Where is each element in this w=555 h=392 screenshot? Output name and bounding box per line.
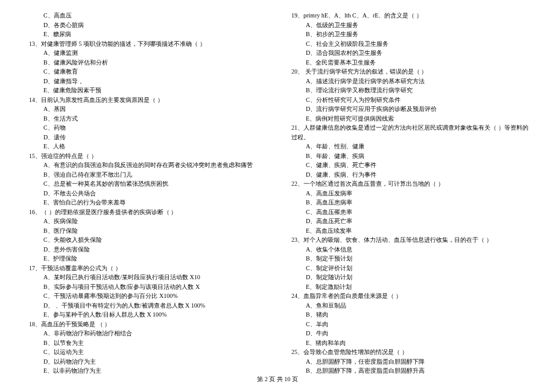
option-line: C、总是被一种莫名其妙的害怕紧张恐惧所困扰 xyxy=(24,179,268,189)
option-line: C、健康、疾病、死亡事件 xyxy=(287,160,531,170)
option-line: D、高血压死亡率 xyxy=(287,217,531,226)
option-line: A、有意识的自我强迫和自我反强迫的同时存在两者尖锐冲突时患者焦虑和痛苦 xyxy=(24,160,268,170)
option-line: D、制定随访计划 xyxy=(287,273,531,282)
option-line: E、参与某种干的人数/目标人群总人数 X 100% xyxy=(24,310,268,320)
option-line: A、收集个体信息 xyxy=(287,245,531,254)
option-line: C、分析性研究可人为控制研究条件 xyxy=(287,95,531,105)
option-line: D、健康、疾病、行为事件 xyxy=(287,170,531,180)
option-line: A、总胆固醇下降，任密度脂蛋白胆固醇下降 xyxy=(287,357,531,367)
option-line: D、意外伤害保险 xyxy=(24,245,268,254)
left-column: C、高血压D、各类心脏病E、糖尿病13、对健康管理师 5 项职业功能的描述，下列… xyxy=(24,11,268,376)
question-line: 19、primry hE、A、lth C、A、rE、的含义是（ ） xyxy=(287,11,531,21)
option-line: E、健康危险因素干预 xyxy=(24,86,268,95)
question-line: 21、人群健康信息的收集是通过一定的方法向社区居民或调查对象收集有关（ ）等资料… xyxy=(287,123,531,133)
option-line: A、鱼和豆制品 xyxy=(287,301,531,311)
option-line: A、健康监测 xyxy=(24,48,268,58)
option-line: D、牛肉 xyxy=(287,329,531,338)
option-line: C、药物 xyxy=(24,123,268,133)
option-line: D、流行病学研究可应用于疾病的诊断及预后评价 xyxy=(287,104,531,114)
option-line: E、人格 xyxy=(24,142,268,151)
option-line: A、疾病保险 xyxy=(24,217,268,226)
option-line: A、某时段已执行项目活动数/某时段应执行项目活动数 X10 xyxy=(24,273,268,282)
option-line: B、实际参与项目干预活动人数/应参与该项目活动的人数 X xyxy=(24,282,268,292)
option-line: C、高血压罹患率 xyxy=(287,207,531,217)
page-footer: 第 2 页 共 10 页 xyxy=(0,375,555,384)
option-line: E、害怕自己的行为会带来羞辱 xyxy=(24,198,268,207)
option-line: D、遗传 xyxy=(24,133,268,142)
option-line: B、健康风险评估和分析 xyxy=(24,58,268,68)
option-line: B、理论流行病学又称数理流行病学研究 xyxy=(287,86,531,95)
option-line: D、 、干预项目中有特定行为的人数/被调查者总人数 X 100% xyxy=(24,301,268,311)
option-line: B、高血压患病率 xyxy=(287,198,531,207)
option-line: B、生活方式 xyxy=(24,114,268,124)
option-line: C、高血压 xyxy=(24,11,268,21)
option-line: E、高血压续发率 xyxy=(287,226,531,236)
option-line: D、适合我国农村的卫生服务 xyxy=(287,48,531,58)
option-line: B、以节食为主 xyxy=(24,338,268,348)
option-line: B、初步的卫生服务 xyxy=(287,30,531,39)
option-line: B、制定干预计划 xyxy=(287,254,531,264)
question-line: 18、高血压的干预策略是 （ ） xyxy=(24,320,268,329)
question-line: 22、一个地区通过首次高血压普查，可计算出当地的（ ） xyxy=(287,179,531,189)
option-line: E、护理保险 xyxy=(24,254,268,264)
right-column: 19、primry hE、A、lth C、A、rE、的含义是（ ）A、低级的卫生… xyxy=(287,11,531,376)
option-line: C、羊肉 xyxy=(287,320,531,329)
option-line: C、以运动为主 xyxy=(24,347,268,357)
option-line: C、健康教育 xyxy=(24,67,268,77)
option-line: E、制定激励计划 xyxy=(287,282,531,292)
option-line: B、医疗保险 xyxy=(24,226,268,236)
option-line: D、各类心脏病 xyxy=(24,21,268,30)
question-line: 24、血脂异常者的蛋白质最佳来源是（ ） xyxy=(287,291,531,301)
option-line: B、年龄、健康、疾病 xyxy=(287,151,531,161)
option-line: B、猪肉 xyxy=(287,310,531,320)
option-line: A、描述流行病学是流行病学的基本研究方法 xyxy=(287,77,531,86)
option-line: C、制定评价计划 xyxy=(287,264,531,273)
question-line: 过程。 xyxy=(287,133,531,142)
option-line: A、非药物治疗和药物治疗相结合 xyxy=(24,329,268,338)
option-line: A、基因 xyxy=(24,104,268,114)
question-line: 20、 关于流行病学研究方法的叙述，错误的是（ ） xyxy=(287,67,531,77)
question-line: 17、干预活动覆盖率的公式为（ ） xyxy=(24,264,268,273)
question-line: 15、强迫症的特点是（ ） xyxy=(24,151,268,161)
option-line: C、社会主义初级阶段卫生服务 xyxy=(287,39,531,49)
option-line: C、干预活动暴露率/预期达到的参与百分比 X100% xyxy=(24,291,268,301)
option-line: E、全民需要基本卫生服务 xyxy=(287,58,531,68)
question-line: 16、（ ）的理赔依据是医疗服务提供者的疾病诊断（ ） xyxy=(24,207,268,217)
option-line: E、以非药物治疗为主 xyxy=(24,366,268,376)
option-line: E、病例对照研究可提供病因线索 xyxy=(287,114,531,124)
option-line: E、糖尿病 xyxy=(24,30,268,39)
option-line: E、猪肉和羊肉 xyxy=(287,338,531,348)
question-line: 14、目前认为原发性高血压的主要发病原因是（ ） xyxy=(24,95,268,105)
option-line: A、低级的卫生服务 xyxy=(287,21,531,30)
question-line: 25、会导致心血管危险性增加的情况是（ ） xyxy=(287,347,531,357)
option-line: B、强迫自己待在家里不敢出门儿 xyxy=(24,170,268,180)
option-line: D、健康指导 。 xyxy=(24,77,268,86)
option-line: A、年龄、性别、健康 xyxy=(287,142,531,151)
option-line: C、失能收入损失保险 xyxy=(24,235,268,245)
question-line: 23、对个人的吸烟、饮食、体力活动、血压等信息进行收集，目的在于（ ） xyxy=(287,235,531,245)
option-line: D、以药物治疗为主 xyxy=(24,357,268,367)
question-line: 13、对健康管理师 5 项职业功能的描述，下列哪项描述不准确（ ） xyxy=(24,39,268,49)
option-line: A、高血压发病率 xyxy=(287,189,531,198)
option-line: D、不敢去公共场合 xyxy=(24,189,268,198)
option-line: B、总胆固醇下降，高密度脂蛋白胆固醇升高 xyxy=(287,366,531,376)
